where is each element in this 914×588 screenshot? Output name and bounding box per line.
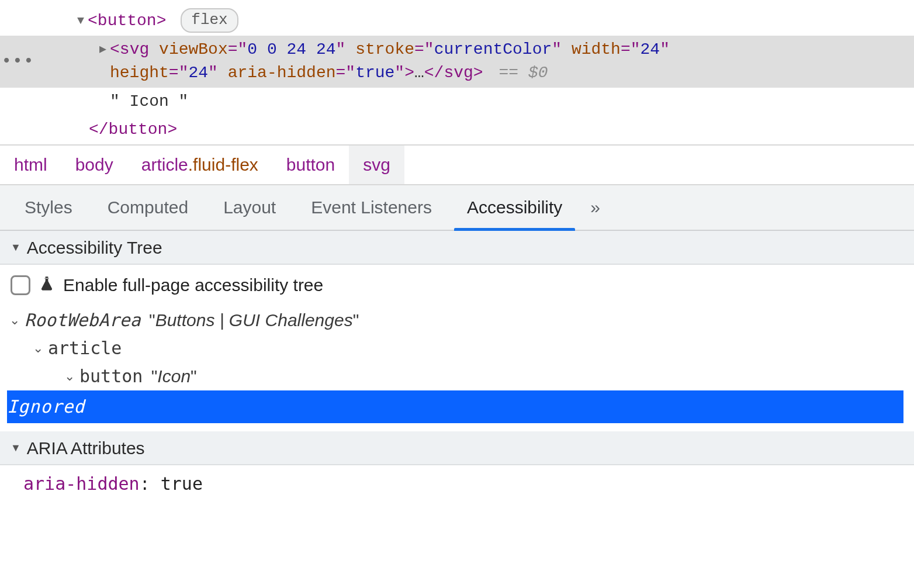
disclosure-triangle-right-icon[interactable]: ▶ [99, 41, 106, 58]
breadcrumb-item-article[interactable]: article.fluid-flex [127, 146, 272, 184]
breadcrumb-item-html[interactable]: html [0, 146, 61, 184]
section-title: ARIA Attributes [27, 438, 145, 458]
tab-layout[interactable]: Layout [206, 185, 293, 230]
aria-attr-value: true [161, 473, 203, 494]
dom-ellipsis[interactable]: … [414, 64, 424, 82]
dom-text-node[interactable]: " Icon " [0, 88, 914, 116]
disclosure-triangle-down-icon: ▼ [11, 241, 21, 254]
dom-node-button-open[interactable]: ▼<button> flex [0, 6, 914, 36]
enable-full-page-tree-checkbox[interactable] [11, 275, 30, 295]
dom-tree-panel: ▼<button> flex ••• ▶<svg viewBox="0 0 24… [0, 0, 914, 144]
breadcrumb-item-button[interactable]: button [272, 146, 349, 184]
experiment-flask-icon [39, 275, 55, 296]
aria-attr-name: aria-hidden [23, 473, 140, 494]
console-ref: == $0 [498, 64, 548, 82]
tab-styles[interactable]: Styles [7, 185, 90, 230]
ax-tree-button[interactable]: ⌄ button "Icon" [7, 362, 903, 390]
aria-attributes-body: aria-hidden: true [0, 465, 914, 503]
tag-name: svg [444, 64, 473, 82]
dom-node-button-close[interactable]: </button> [0, 116, 914, 144]
flex-badge[interactable]: flex [181, 8, 238, 33]
attr-value: 0 0 24 24 [247, 40, 335, 58]
tag-name: svg [120, 40, 149, 58]
ax-name: Icon [157, 366, 191, 386]
ax-name: Buttons | GUI Challenges [155, 310, 353, 330]
dom-node-svg-selected[interactable]: ••• ▶<svg viewBox="0 0 24 24" stroke="cu… [0, 36, 914, 88]
attr-name: width [572, 40, 621, 58]
ax-tree-article[interactable]: ⌄ article [7, 334, 903, 362]
tag-name: button [98, 12, 157, 30]
sidebar-tabs: Styles Computed Layout Event Listeners A… [0, 185, 914, 231]
attr-name: height [110, 64, 169, 82]
disclosure-caret-down-icon: ⌄ [33, 338, 43, 358]
disclosure-caret-down-icon: ⌄ [9, 310, 20, 330]
attr-value: currentColor [434, 40, 552, 58]
breadcrumb-item-body[interactable]: body [61, 146, 127, 184]
tag-name: button [109, 120, 168, 139]
ax-role: article [48, 334, 122, 362]
section-header-aria-attributes[interactable]: ▼ ARIA Attributes [0, 431, 914, 465]
attr-value: true [355, 64, 394, 82]
breadcrumb: html body article.fluid-flex button svg [0, 144, 914, 185]
attr-name: aria-hidden [228, 64, 336, 82]
ax-ignored-label: Ignored [7, 393, 85, 421]
section-title: Accessibility Tree [27, 238, 162, 258]
section-header-accessibility-tree[interactable]: ▼ Accessibility Tree [0, 231, 914, 265]
ax-role: button [79, 362, 143, 390]
tabs-overflow-icon[interactable]: » [580, 198, 608, 217]
attr-name: stroke [355, 40, 414, 58]
text-node: " Icon " [99, 92, 188, 110]
tab-event-listeners[interactable]: Event Listeners [293, 185, 449, 230]
attr-name: viewBox [159, 40, 228, 58]
attr-value: 24 [641, 40, 660, 58]
disclosure-triangle-down-icon: ▼ [11, 442, 21, 454]
gutter-actions-icon[interactable]: ••• [2, 50, 34, 74]
enable-full-page-tree-row: Enable full-page accessibility tree [11, 275, 903, 296]
ax-role: RootWebArea [25, 306, 141, 334]
ax-tree-root[interactable]: ⌄ RootWebArea "Buttons | GUI Challenges" [7, 306, 903, 334]
tab-computed[interactable]: Computed [90, 185, 206, 230]
attr-value: 24 [188, 64, 208, 82]
breadcrumb-item-svg[interactable]: svg [349, 146, 404, 184]
disclosure-triangle-down-icon[interactable]: ▼ [77, 12, 84, 29]
disclosure-caret-down-icon: ⌄ [64, 366, 75, 386]
accessibility-tree-body: Enable full-page accessibility tree ⌄ Ro… [0, 265, 914, 431]
ax-tree-ignored-selected[interactable]: Ignored [7, 390, 903, 423]
enable-full-page-tree-label: Enable full-page accessibility tree [63, 275, 323, 295]
tab-accessibility[interactable]: Accessibility [449, 185, 580, 230]
